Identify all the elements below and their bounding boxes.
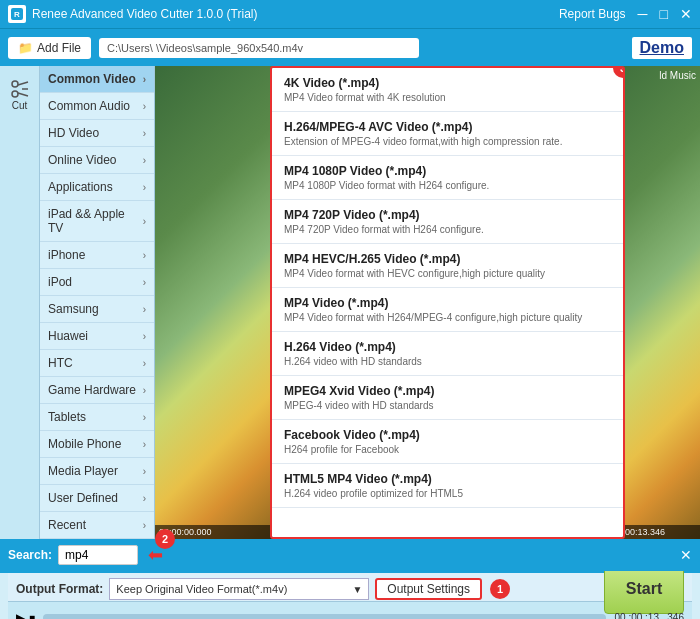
- dropdown-item-desc: H.264 video with HD standards: [284, 356, 611, 367]
- dropdown-item-3[interactable]: MP4 720P Video (*.mp4)MP4 720P Video for…: [272, 200, 623, 244]
- sidebar-label: Media Player: [48, 464, 118, 478]
- svg-point-2: [12, 81, 18, 87]
- sidebar-arrow-icon: ›: [143, 385, 146, 396]
- format-select[interactable]: Keep Original Video Format(*.m4v) ▼: [109, 578, 369, 600]
- dropdown-item-4[interactable]: MP4 HEVC/H.265 Video (*.mp4)MP4 Video fo…: [272, 244, 623, 288]
- sidebar-item-ipod[interactable]: iPod›: [40, 269, 154, 296]
- sidebar-label: HTC: [48, 356, 73, 370]
- sidebar-item-game-hardware[interactable]: Game Hardware›: [40, 377, 154, 404]
- svg-line-5: [18, 93, 28, 96]
- svg-text:R: R: [14, 10, 20, 19]
- video-preview-left: [155, 66, 275, 539]
- sidebar-label: Common Video: [48, 72, 136, 86]
- sidebar-item-ipad--apple-tv[interactable]: iPad && Apple TV›: [40, 201, 154, 242]
- dropdown-item-6[interactable]: H.264 Video (*.mp4)H.264 video with HD s…: [272, 332, 623, 376]
- format-dropdown[interactable]: 3 4K Video (*.mp4)MP4 Video format with …: [270, 66, 625, 539]
- dropdown-item-1[interactable]: H.264/MPEG-4 AVC Video (*.mp4)Extension …: [272, 112, 623, 156]
- output-format-label: Output Format:: [16, 582, 103, 596]
- sidebar-label: Samsung: [48, 302, 99, 316]
- sidebar-arrow-icon: ›: [143, 520, 146, 531]
- dropdown-item-desc: MP4 Video format with H264/MPEG-4 config…: [284, 312, 611, 323]
- add-file-button[interactable]: 📁 Add File: [8, 37, 91, 59]
- stop-button[interactable]: ■: [29, 612, 35, 619]
- format-dropdown-arrow-icon: ▼: [352, 584, 362, 595]
- dropdown-item-title: 4K Video (*.mp4): [284, 76, 611, 90]
- timeline-scrubber[interactable]: [43, 614, 606, 620]
- main-with-right: 00:00:00.000 ration: 00:00:13.346 ld Mus…: [155, 66, 700, 539]
- main-content: Cut Common Video›Common Audio›HD Video›O…: [0, 66, 700, 539]
- sidebar-item-recent[interactable]: Recent›: [40, 512, 154, 539]
- sidebar-item-applications[interactable]: Applications›: [40, 174, 154, 201]
- time-display-right: 00 :00 :13 . 346: [614, 612, 684, 619]
- dropdown-item-0[interactable]: 4K Video (*.mp4)MP4 Video format with 4K…: [272, 68, 623, 112]
- sidebar-item-hd-video[interactable]: HD Video›: [40, 120, 154, 147]
- app-title: Renee Advanced Video Cutter 1.0.0 (Trial…: [32, 7, 257, 21]
- sidebar-label: Mobile Phone: [48, 437, 121, 451]
- sidebar-arrow-icon: ›: [143, 412, 146, 423]
- dropdown-item-desc: MP4 720P Video format with H264 configur…: [284, 224, 611, 235]
- badge-2: 2: [155, 529, 175, 549]
- dropdown-item-8[interactable]: Facebook Video (*.mp4)H264 profile for F…: [272, 420, 623, 464]
- play-button[interactable]: ▶: [16, 611, 25, 620]
- report-bugs-link[interactable]: Report Bugs: [559, 7, 626, 21]
- maximize-button[interactable]: □: [660, 6, 668, 22]
- dropdown-item-desc: MPEG-4 video with HD standards: [284, 400, 611, 411]
- cut-label: Cut: [12, 100, 28, 111]
- start-button[interactable]: Start: [604, 564, 684, 614]
- sidebar-arrow-icon: ›: [143, 101, 146, 112]
- dropdown-item-title: H.264 Video (*.mp4): [284, 340, 611, 354]
- svg-point-3: [12, 91, 18, 97]
- close-button[interactable]: ✕: [680, 6, 692, 22]
- sidebar-item-common-audio[interactable]: Common Audio›: [40, 93, 154, 120]
- dropdown-item-2[interactable]: MP4 1080P Video (*.mp4)MP4 1080P Video f…: [272, 156, 623, 200]
- sidebar-item-user-defined[interactable]: User Defined›: [40, 485, 154, 512]
- title-bar: R Renee Advanced Video Cutter 1.0.0 (Tri…: [0, 0, 700, 28]
- sidebar-item-htc[interactable]: HTC›: [40, 350, 154, 377]
- sidebar-arrow-icon: ›: [143, 358, 146, 369]
- output-settings-label: Output Settings: [387, 582, 470, 596]
- demo-label: Demo: [632, 37, 692, 59]
- toolbar: 📁 Add File C:\Users\ \Videos\sample_960x…: [0, 28, 700, 66]
- dropdown-item-title: MPEG4 Xvid Video (*.mp4): [284, 384, 611, 398]
- dropdown-item-title: MP4 Video (*.mp4): [284, 296, 611, 310]
- add-file-label: Add File: [37, 41, 81, 55]
- right-panel-label: ld Music: [659, 70, 696, 81]
- sidebar-label: iPad && Apple TV: [48, 207, 143, 235]
- search-label: Search:: [8, 548, 52, 562]
- sidebar-label: HD Video: [48, 126, 99, 140]
- sidebar-label: Tablets: [48, 410, 86, 424]
- sidebar-label: iPhone: [48, 248, 85, 262]
- cut-button[interactable]: Cut: [5, 74, 35, 115]
- sidebar-arrow-icon: ›: [143, 216, 146, 227]
- sidebar-arrow-icon: ›: [143, 466, 146, 477]
- search-input[interactable]: [58, 545, 138, 565]
- sidebar-arrow-icon: ›: [143, 331, 146, 342]
- sidebar-label: Huawei: [48, 329, 88, 343]
- sidebar-item-media-player[interactable]: Media Player›: [40, 458, 154, 485]
- sidebar-arrow-icon: ›: [143, 304, 146, 315]
- dropdown-item-9[interactable]: HTML5 MP4 Video (*.mp4)H.264 video profi…: [272, 464, 623, 508]
- sidebar-item-huawei[interactable]: Huawei›: [40, 323, 154, 350]
- sidebar-arrow-icon: ›: [143, 128, 146, 139]
- dropdown-item-5[interactable]: MP4 Video (*.mp4)MP4 Video format with H…: [272, 288, 623, 332]
- video-area-left: 00:00:00.000: [155, 66, 275, 539]
- badge-1: 1: [490, 579, 510, 599]
- sidebar-item-common-video[interactable]: Common Video›: [40, 66, 154, 93]
- left-panel: Cut: [0, 66, 40, 539]
- sidebar-item-mobile-phone[interactable]: Mobile Phone›: [40, 431, 154, 458]
- output-settings-button[interactable]: Output Settings: [375, 578, 482, 600]
- minimize-button[interactable]: ─: [638, 6, 648, 22]
- search-close-icon[interactable]: ✕: [680, 547, 692, 563]
- sidebar-item-tablets[interactable]: Tablets›: [40, 404, 154, 431]
- title-bar-right: Report Bugs ─ □ ✕: [559, 6, 692, 22]
- sidebar-item-iphone[interactable]: iPhone›: [40, 242, 154, 269]
- sidebar-label: Recent: [48, 518, 86, 532]
- dropdown-item-desc: MP4 Video format with HEVC configure,hig…: [284, 268, 611, 279]
- dropdown-item-7[interactable]: MPEG4 Xvid Video (*.mp4)MPEG-4 video wit…: [272, 376, 623, 420]
- sidebar-label: iPod: [48, 275, 72, 289]
- format-value: Keep Original Video Format(*.m4v): [116, 583, 287, 595]
- sidebar-item-online-video[interactable]: Online Video›: [40, 147, 154, 174]
- search-bar: 2 Search: ⬅ ✕: [0, 539, 700, 571]
- app-logo: R: [8, 5, 26, 23]
- sidebar-item-samsung[interactable]: Samsung›: [40, 296, 154, 323]
